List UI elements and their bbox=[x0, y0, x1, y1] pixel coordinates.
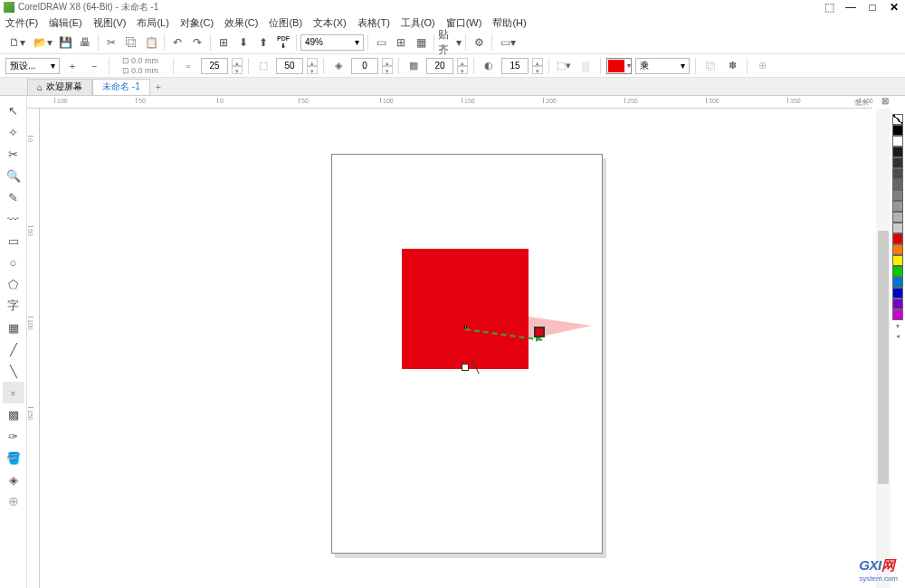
color-swatch[interactable] bbox=[892, 255, 903, 266]
connector-tool[interactable]: ╲ bbox=[3, 360, 24, 382]
new-button[interactable]: 🗋▾ bbox=[5, 33, 29, 52]
remove-preset-button[interactable]: − bbox=[85, 57, 103, 75]
menu-effect[interactable]: 效果(C) bbox=[224, 16, 258, 30]
undo-button[interactable]: ↶ bbox=[168, 33, 186, 52]
crop-tool[interactable]: ✂ bbox=[3, 143, 24, 165]
shadow-direction-icon[interactable]: ▫ bbox=[179, 57, 197, 75]
pdf-button[interactable]: PDF⬇ bbox=[274, 33, 292, 52]
tab-document[interactable]: 未命名 -1 bbox=[92, 79, 150, 95]
text-tool[interactable]: 字 bbox=[3, 295, 24, 317]
spinner-down[interactable]: ▾ bbox=[307, 66, 318, 74]
vertical-ruler[interactable]: 0 50 100 150 bbox=[27, 109, 40, 588]
rectangle-tool[interactable]: ▭ bbox=[3, 230, 24, 251]
color-swatch[interactable] bbox=[892, 147, 903, 157]
outline-tool[interactable]: ◈ bbox=[3, 469, 24, 490]
transparency-tool[interactable]: ▩ bbox=[3, 403, 24, 425]
cut-button[interactable]: ✂ bbox=[102, 33, 120, 52]
zoom-tool[interactable]: 🔍 bbox=[3, 165, 24, 186]
no-fill-swatch[interactable] bbox=[892, 114, 903, 125]
shadow-stretch-icon[interactable]: ⬚ bbox=[254, 57, 272, 75]
print-button[interactable]: 🖶 bbox=[76, 33, 94, 52]
shadow-slider-icon[interactable]: ╲ bbox=[472, 361, 481, 370]
menu-tools[interactable]: 工具(O) bbox=[401, 16, 435, 30]
palette-scroll-down[interactable]: ▾ bbox=[896, 322, 900, 330]
menu-text[interactable]: 文本(X) bbox=[313, 16, 347, 30]
redo-button[interactable]: ↷ bbox=[188, 33, 206, 52]
shadow-start-handle[interactable] bbox=[462, 364, 469, 371]
save-button[interactable]: 💾 bbox=[56, 33, 74, 52]
shadow-end-handle[interactable] bbox=[534, 327, 545, 337]
blend-mode-dropdown[interactable]: 乘▾ bbox=[635, 58, 690, 74]
menu-object[interactable]: 对象(C) bbox=[180, 16, 214, 30]
menu-edit[interactable]: 编辑(E) bbox=[49, 16, 82, 30]
paste-button[interactable]: 📋 bbox=[142, 33, 160, 52]
spinner-up[interactable]: ▴ bbox=[382, 58, 393, 66]
spinner-down[interactable]: ▾ bbox=[457, 66, 468, 74]
close-button[interactable]: ✕ bbox=[887, 2, 901, 13]
tab-welcome[interactable]: ⌂欢迎屏幕 bbox=[27, 79, 92, 95]
open-button[interactable]: 📂▾ bbox=[31, 33, 54, 52]
tab-add-button[interactable]: + bbox=[150, 79, 167, 95]
feather-edge-button[interactable]: ░ bbox=[576, 57, 595, 75]
color-swatch[interactable] bbox=[892, 233, 903, 244]
palette-menu[interactable]: ◂ bbox=[896, 332, 900, 340]
shape-tool[interactable]: ✧ bbox=[3, 121, 24, 143]
color-swatch[interactable] bbox=[892, 179, 903, 190]
close-canvas-button[interactable]: ⊠ bbox=[881, 96, 889, 106]
eyedropper-tool[interactable]: ✑ bbox=[3, 425, 24, 447]
color-swatch[interactable] bbox=[892, 201, 903, 212]
color-swatch[interactable] bbox=[892, 136, 903, 147]
preset-dropdown[interactable]: 预设...▾ bbox=[5, 58, 60, 74]
shadow-fade-input[interactable]: 0 bbox=[351, 58, 378, 74]
freehand-tool[interactable]: ✎ bbox=[3, 186, 24, 208]
polygon-tool[interactable]: ⬠ bbox=[3, 273, 24, 295]
drop-shadow-tool[interactable]: ▫ bbox=[3, 382, 24, 403]
launch-button[interactable]: ▭▾ bbox=[496, 33, 519, 52]
search-button[interactable]: ⊞ bbox=[214, 33, 233, 52]
dimension-tool[interactable]: ╱ bbox=[3, 338, 24, 360]
color-swatch[interactable] bbox=[892, 157, 903, 168]
menu-layout[interactable]: 布局(L) bbox=[137, 16, 168, 30]
minimize-button[interactable]: — bbox=[843, 2, 858, 13]
x-position[interactable]: 0.0 mm bbox=[131, 56, 167, 66]
copy-button[interactable]: ⿻ bbox=[122, 33, 140, 52]
menu-view[interactable]: 视图(V) bbox=[93, 16, 127, 30]
shadow-stretch-input[interactable]: 50 bbox=[276, 58, 303, 74]
options-button[interactable]: ⚙ bbox=[470, 33, 488, 52]
clear-shadow-button[interactable]: ✽ bbox=[723, 57, 741, 75]
scrollbar-thumb[interactable] bbox=[878, 231, 889, 484]
shadow-feather-icon[interactable]: ◐ bbox=[480, 57, 498, 75]
menu-help[interactable]: 帮助(H) bbox=[492, 16, 526, 30]
menu-file[interactable]: 文件(F) bbox=[5, 16, 38, 30]
shadow-opacity-icon[interactable]: ▩ bbox=[405, 57, 423, 75]
fullscreen-button[interactable]: ▭ bbox=[372, 33, 390, 52]
copy-shadow-button[interactable]: ⿻ bbox=[701, 57, 719, 75]
color-swatch[interactable] bbox=[892, 223, 903, 233]
fill-tool[interactable]: 🪣 bbox=[3, 447, 24, 469]
color-swatch[interactable] bbox=[892, 168, 903, 179]
vertical-scrollbar[interactable] bbox=[876, 109, 891, 588]
spinner-down[interactable]: ▾ bbox=[382, 66, 393, 74]
pick-tool[interactable]: ↖ bbox=[3, 100, 24, 121]
shadow-color-picker[interactable]: ▾ bbox=[606, 58, 632, 74]
color-swatch[interactable] bbox=[892, 125, 903, 136]
shadow-fade-icon[interactable]: ◈ bbox=[329, 57, 348, 75]
spinner-down[interactable]: ▾ bbox=[532, 66, 543, 74]
color-swatch[interactable] bbox=[892, 190, 903, 201]
export-button[interactable]: ⬆ bbox=[254, 33, 272, 52]
color-swatch[interactable] bbox=[892, 277, 903, 288]
shadow-angle-input[interactable]: 25 bbox=[201, 58, 228, 74]
table-tool[interactable]: ▦ bbox=[3, 317, 24, 338]
maximize-button[interactable]: □ bbox=[865, 2, 880, 13]
expand-tools[interactable]: ⊕ bbox=[3, 490, 24, 512]
add-preset-button[interactable]: + bbox=[63, 57, 81, 75]
horizontal-ruler[interactable]: 100 50 0 50 100 150 200 250 300 350 400 … bbox=[27, 96, 872, 109]
shadow-opacity-input[interactable]: 20 bbox=[426, 58, 453, 74]
spinner-down[interactable]: ▾ bbox=[232, 66, 243, 74]
menu-bitmap[interactable]: 位图(B) bbox=[269, 16, 302, 30]
spinner-up[interactable]: ▴ bbox=[307, 58, 318, 66]
spinner-up[interactable]: ▴ bbox=[532, 58, 543, 66]
menu-table[interactable]: 表格(T) bbox=[357, 16, 390, 30]
y-position[interactable]: 0.0 mm bbox=[131, 66, 167, 76]
feather-direction-button[interactable]: ⬚▾ bbox=[555, 57, 573, 75]
